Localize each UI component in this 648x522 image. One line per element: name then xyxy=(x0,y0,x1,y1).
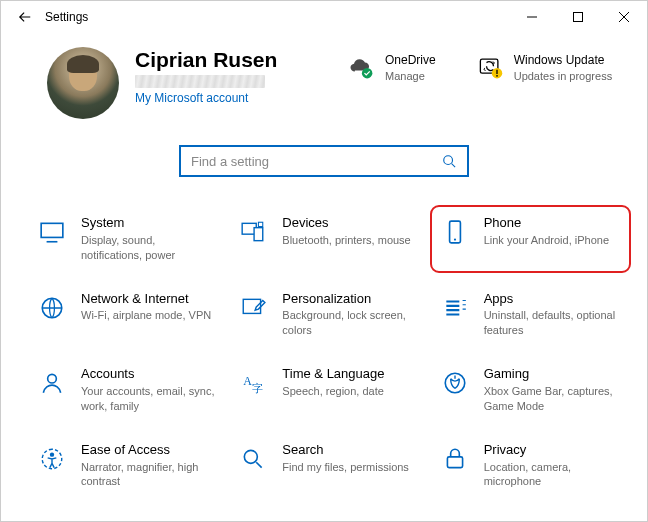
tile-privacy[interactable]: Privacy Location, camera, microphone xyxy=(434,436,627,496)
ease-of-access-icon xyxy=(37,444,67,474)
tile-title: Network & Internet xyxy=(81,291,211,308)
tile-title: Time & Language xyxy=(282,366,384,383)
tile-personalization[interactable]: Personalization Background, lock screen,… xyxy=(232,285,425,345)
svg-point-4 xyxy=(496,75,498,77)
tile-sub: Link your Android, iPhone xyxy=(484,233,609,248)
search-icon xyxy=(442,154,459,168)
user-email-blurred xyxy=(135,75,265,88)
tile-title: Devices xyxy=(282,215,410,232)
tile-title: Privacy xyxy=(484,442,619,459)
back-arrow-icon xyxy=(18,10,32,24)
svg-point-14 xyxy=(48,374,57,383)
tile-title: Ease of Access xyxy=(81,442,216,459)
tile-sub: Wi-Fi, airplane mode, VPN xyxy=(81,308,211,323)
tile-apps[interactable]: Apps Uninstall, defaults, optional featu… xyxy=(434,285,627,345)
tile-phone[interactable]: Phone Link your Android, iPhone xyxy=(434,209,627,269)
tile-title: Apps xyxy=(484,291,619,308)
search-box[interactable] xyxy=(179,145,469,177)
tile-search[interactable]: Search Find my files, permissions xyxy=(232,436,425,496)
tile-sub: Display, sound, notifications, power xyxy=(81,233,216,263)
tile-sub: Bluetooth, printers, mouse xyxy=(282,233,410,248)
tile-sub: Narrator, magnifier, high contrast xyxy=(81,460,216,490)
window-controls xyxy=(509,1,647,33)
tile-sub: Speech, region, date xyxy=(282,384,384,399)
search-tile-icon xyxy=(238,444,268,474)
onedrive-sub: Manage xyxy=(385,69,436,83)
tile-sub: Find my files, permissions xyxy=(282,460,409,475)
avatar[interactable] xyxy=(47,47,119,119)
tile-sub: Uninstall, defaults, optional features xyxy=(484,308,619,338)
svg-text:字: 字 xyxy=(252,382,263,394)
tile-sub: Your accounts, email, sync, work, family xyxy=(81,384,216,414)
svg-point-18 xyxy=(50,452,54,456)
svg-point-11 xyxy=(454,239,456,241)
titlebar: Settings xyxy=(1,1,647,33)
header: Ciprian Rusen My Microsoft account OneDr… xyxy=(1,33,647,127)
tile-time-language[interactable]: A字 Time & Language Speech, region, date xyxy=(232,360,425,420)
tile-title: Phone xyxy=(484,215,609,232)
user-name: Ciprian Rusen xyxy=(135,47,295,72)
system-icon xyxy=(37,217,67,247)
tile-system[interactable]: System Display, sound, notifications, po… xyxy=(31,209,224,269)
user-block: Ciprian Rusen My Microsoft account xyxy=(135,47,295,105)
tile-devices[interactable]: Devices Bluetooth, printers, mouse xyxy=(232,209,425,269)
tile-sub: Background, lock screen, colors xyxy=(282,308,417,338)
svg-rect-8 xyxy=(254,228,263,241)
tile-title: Accounts xyxy=(81,366,216,383)
devices-icon xyxy=(238,217,268,247)
maximize-button[interactable] xyxy=(555,1,601,33)
svg-rect-0 xyxy=(574,13,583,22)
tile-title: Search xyxy=(282,442,409,459)
tile-sub: Xbox Game Bar, captures, Game Mode xyxy=(484,384,619,414)
minimize-button[interactable] xyxy=(509,1,555,33)
settings-grid: System Display, sound, notifications, po… xyxy=(1,185,647,505)
minimize-icon xyxy=(527,12,537,22)
svg-point-5 xyxy=(444,156,453,165)
network-icon xyxy=(37,293,67,323)
close-button[interactable] xyxy=(601,1,647,33)
onedrive-status[interactable]: OneDrive Manage xyxy=(347,53,436,83)
maximize-icon xyxy=(573,12,583,22)
search-wrap xyxy=(1,145,647,177)
windows-update-title: Windows Update xyxy=(514,53,612,69)
back-button[interactable] xyxy=(9,1,41,33)
close-icon xyxy=(619,12,629,22)
windows-update-icon xyxy=(476,53,504,81)
tile-gaming[interactable]: Gaming Xbox Game Bar, captures, Game Mod… xyxy=(434,360,627,420)
apps-icon xyxy=(440,293,470,323)
svg-text:A: A xyxy=(244,374,253,388)
gaming-icon xyxy=(440,368,470,398)
svg-rect-20 xyxy=(447,457,462,468)
svg-rect-13 xyxy=(244,299,261,313)
accounts-icon xyxy=(37,368,67,398)
tile-network[interactable]: Network & Internet Wi-Fi, airplane mode,… xyxy=(31,285,224,345)
search-input[interactable] xyxy=(189,153,442,170)
onedrive-title: OneDrive xyxy=(385,53,436,69)
tile-title: Personalization xyxy=(282,291,417,308)
tile-title: System xyxy=(81,215,216,232)
phone-icon xyxy=(440,217,470,247)
time-language-icon: A字 xyxy=(238,368,268,398)
privacy-icon xyxy=(440,444,470,474)
onedrive-icon xyxy=(347,53,375,81)
svg-rect-6 xyxy=(41,223,63,237)
tile-ease-of-access[interactable]: Ease of Access Narrator, magnifier, high… xyxy=(31,436,224,496)
windows-update-sub: Updates in progress xyxy=(514,69,612,83)
svg-point-19 xyxy=(245,450,258,463)
tile-title: Gaming xyxy=(484,366,619,383)
windows-update-status[interactable]: Windows Update Updates in progress xyxy=(476,53,612,83)
tile-accounts[interactable]: Accounts Your accounts, email, sync, wor… xyxy=(31,360,224,420)
window-title: Settings xyxy=(45,10,88,24)
svg-rect-9 xyxy=(259,222,263,226)
microsoft-account-link[interactable]: My Microsoft account xyxy=(135,91,295,105)
tile-sub: Location, camera, microphone xyxy=(484,460,619,490)
personalization-icon xyxy=(238,293,268,323)
